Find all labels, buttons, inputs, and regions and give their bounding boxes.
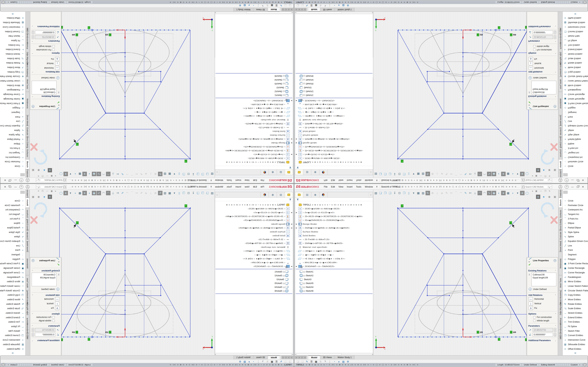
sketch-tool-item[interactable]: ⊞ Mirror Entities bbox=[0, 279, 25, 284]
relation-badge-collinear-top[interactable]: ◺ bbox=[185, 160, 187, 163]
angle-field[interactable]: 0.00000000° bbox=[533, 333, 553, 336]
left-leg-lower[interactable] bbox=[428, 113, 444, 129]
bottom-toolbar-icon[interactable]: ☰ bbox=[310, 360, 313, 363]
command-tab[interactable]: Direct Editing bbox=[26, 220, 30, 230]
sketch-tool-item[interactable]: ❐ Copy Entities bbox=[0, 293, 25, 297]
scrollbar-thumb[interactable] bbox=[246, 354, 292, 355]
tab-appearances[interactable] bbox=[260, 192, 269, 198]
tree-item[interactable]: ▶ Solid Bodies bbox=[215, 234, 293, 237]
sketch-tool-item[interactable]: ⊢ Extend Entities bbox=[563, 47, 588, 52]
sketch-tool-item[interactable]: ◌ Perimeter Circle bbox=[563, 159, 588, 164]
parameters-header[interactable]: Parameters⌃ bbox=[527, 40, 558, 43]
sketch-geometry[interactable] bbox=[398, 30, 528, 159]
sketch-tool-item[interactable]: ∷ Linear Sketch Pattern bbox=[563, 79, 588, 83]
sketch-tool-item[interactable]: ⊂ Offset Entities bbox=[0, 16, 25, 20]
bottom-toolbar-icon[interactable]: └ bbox=[323, 4, 327, 7]
bottom-toolbar-icon[interactable]: ⇅ bbox=[266, 360, 269, 363]
tree-sketch-item[interactable]: (-) Sketch2 bbox=[295, 274, 373, 277]
confirmation-corner[interactable] bbox=[539, 144, 557, 166]
sketch-tool-item[interactable]: ∿ Style Spline bbox=[563, 230, 588, 234]
add-relation-button[interactable]: ⚓ bbox=[55, 57, 59, 61]
additional-parameters-header[interactable]: Additional Parameters⌄ bbox=[30, 25, 61, 28]
tree-item[interactable]: ▶ ○ +ИН◉∗+○ ∗◉Ю○⊙○Ю◉∗ ○+∗◉ИН+○ bbox=[295, 114, 373, 118]
length-field[interactable]: 10.88152731 bbox=[35, 328, 55, 332]
ellipse-small[interactable] bbox=[99, 52, 151, 76]
tree-item[interactable]: ▶ ○ 25ИН◉⊙+ΑП³ЗЄ○⊙○ЗЄ³ПΑ+◉ИН25○ bbox=[215, 122, 293, 126]
triangle-right-edge[interactable] bbox=[92, 274, 125, 337]
length-field[interactable]: 10.88152731 bbox=[533, 328, 553, 332]
sketch-tool-item[interactable]: ◖ Partial Ellipse bbox=[563, 225, 588, 230]
bottom-toolbar-icon[interactable]: ▦ bbox=[270, 360, 274, 363]
minimize-button[interactable]: — bbox=[13, 185, 18, 188]
sketch-tool-item[interactable]: ƒ Equation Driven Curve bbox=[563, 124, 588, 128]
command-tab[interactable]: MBD Dimensions bbox=[558, 34, 562, 37]
search-cad-models-box[interactable]: Search CAD Models ▾ bbox=[36, 178, 67, 182]
command-tab[interactable]: MBD Dimensions bbox=[26, 330, 30, 333]
bottom-toolbar-icon[interactable]: ▨ bbox=[342, 360, 345, 363]
tree-item[interactable]: ▶ ○ +ИН◉∗+○ ∗◉Ю○⊙○Ю◉∗ ○+∗◉ИН+○ bbox=[215, 114, 293, 118]
command-tab[interactable]: Surfaces bbox=[26, 147, 30, 159]
tree-item[interactable]: ▶ Surface Bodies bbox=[215, 230, 293, 234]
ellipse-small[interactable] bbox=[99, 291, 151, 315]
document-tab[interactable]: Motion Study 1 bbox=[233, 355, 253, 359]
tree-item[interactable]: ▶ ○ ИН⊙ЭЄ⊙∗◉○⊙○◉∗⊙ЭЄ⊙ИН○ bbox=[295, 103, 373, 106]
command-tab[interactable]: Sketch bbox=[558, 198, 562, 208]
sketch-tool-item[interactable]: ❒ Convert Entities bbox=[563, 333, 588, 338]
sketch-tool-item[interactable]: ▣ Center Rectangle bbox=[563, 266, 588, 270]
sketch-tool-item[interactable]: ◠ Centerpoint Arc bbox=[563, 155, 588, 159]
tree-item[interactable]: ▶ ○ 25ИН◉⊙+Α+◉ИНΑ○⊙○ΑИН◉+Α+⊙◉ИН25○ bbox=[295, 137, 373, 141]
ellipse-small[interactable] bbox=[437, 52, 489, 76]
tree-sketch-item[interactable]: (-) Sketch2 bbox=[295, 90, 373, 93]
sketch-tool-item[interactable]: ⊞ Mirror Entities bbox=[563, 83, 588, 88]
panel-help-icon[interactable]: ? bbox=[32, 105, 35, 108]
right-leg-lower[interactable] bbox=[90, 113, 106, 129]
menu-item[interactable]: View bbox=[243, 179, 251, 182]
sketch-tool-item[interactable]: ƒ Equation Driven Curve bbox=[0, 239, 25, 243]
panel-scroll-button[interactable] bbox=[563, 173, 568, 176]
sketch-tool-item[interactable]: ✄ Trim Entities bbox=[0, 43, 25, 47]
command-tab[interactable]: Weldments bbox=[26, 92, 30, 115]
expand-arrow-icon[interactable]: ▶ bbox=[290, 142, 292, 144]
command-tab[interactable]: Weldments bbox=[558, 92, 562, 115]
command-tab[interactable]: Data Migration bbox=[558, 304, 562, 312]
tab-feature-tree[interactable] bbox=[285, 169, 293, 175]
minimize-button[interactable]: — bbox=[13, 179, 18, 182]
bottom-toolbar-icon[interactable]: ▨ bbox=[243, 360, 246, 363]
equal-badge-right[interactable]: = 109 bbox=[72, 331, 78, 334]
sketch-tool-item[interactable]: ◇ Polygon bbox=[0, 106, 25, 110]
bottom-toolbar-icon[interactable]: ¦ bbox=[328, 360, 331, 363]
bottom-toolbar-icon[interactable]: ⚙ bbox=[346, 360, 350, 363]
cancel-sketch-icon[interactable] bbox=[551, 217, 557, 223]
sketch-tool-item[interactable]: ○ Circle bbox=[0, 164, 25, 168]
equal-badge-left[interactable]: = 109 bbox=[477, 331, 483, 334]
sketch-tool-item[interactable]: ◜ Sketch Fillet bbox=[563, 329, 588, 333]
tree-sketch-item[interactable]: Sketch3 bbox=[295, 86, 373, 90]
options-header[interactable]: Options⌃ bbox=[30, 312, 61, 316]
tree-item[interactable]: ▶ Design Binder bbox=[295, 141, 373, 145]
tab-property-manager[interactable]: ⊟ bbox=[303, 169, 311, 175]
document-tab[interactable]: Motion Study 1 bbox=[335, 8, 355, 12]
bottom-toolbar-icon[interactable]: ✎ bbox=[305, 360, 309, 363]
menu-item[interactable]: Edit bbox=[329, 185, 337, 188]
bottom-toolbar-icon[interactable]: ◔ bbox=[332, 4, 336, 7]
sketch-tool-item[interactable]: ⊛ Circular Sketch Pattern bbox=[0, 74, 25, 79]
relation-badge-slash[interactable]: ∕ bbox=[498, 26, 500, 29]
tree-sketch-item[interactable]: (-) Sketch1 bbox=[295, 93, 373, 97]
bottom-toolbar-icon[interactable]: ¦ bbox=[328, 4, 331, 7]
equal-badge-right[interactable]: = 109 bbox=[72, 33, 78, 36]
tree-root-item[interactable]: ▶ TЯPDL2. ⊙ ⊞ ⊙ Ш ⊙ ⊙ ⊙ + ⊙ ЭС ⊙ ⊞ ⊙ ∗ ⊙… bbox=[215, 203, 293, 207]
tab-nav-button[interactable]: ◂ bbox=[298, 8, 301, 11]
equal-badge-right[interactable]: = 109 bbox=[510, 33, 516, 36]
options-header[interactable]: Options⌃ bbox=[30, 51, 61, 55]
tree-sketch-item[interactable]: (-) Sketch6 bbox=[295, 74, 373, 78]
sketch-tool-item[interactable]: ✄ Trim Entities bbox=[563, 43, 588, 47]
sketch-tool-item[interactable]: ◡ Fit Spline bbox=[563, 324, 588, 329]
sketch-tool-item[interactable]: ◖ Partial Ellipse bbox=[0, 137, 25, 142]
bottom-toolbar-icon[interactable]: ❏ bbox=[284, 4, 287, 7]
sketch-tool-item[interactable]: ◇ Polygon bbox=[563, 106, 588, 110]
relations-listbox[interactable]: Collinear108Equal length109 bbox=[531, 81, 556, 94]
tree-item[interactable]: ▶ ○ 25+ЗЄ25○ИН◉⊙+ЭСЗЄПЗЄ25○⊙○25ЗЄПЗЄЭС+⊙… bbox=[215, 214, 293, 218]
sketch-tool-item[interactable]: ⊂ Offset Entities bbox=[563, 347, 588, 351]
sketch-tool-item[interactable]: ◠ Centerpoint Arc bbox=[0, 155, 25, 159]
search-icon[interactable] bbox=[548, 179, 549, 181]
